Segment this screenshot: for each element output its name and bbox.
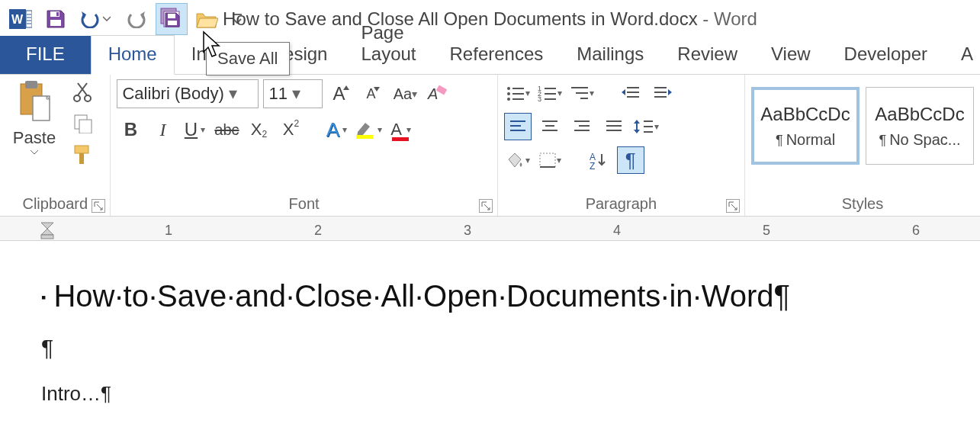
ribbon: Paste Clipboard Calibri (Body) ▾ 11 <box>0 75 980 217</box>
chevron-down-icon: ▾ <box>229 84 237 104</box>
svg-rect-67 <box>540 153 555 167</box>
font-family-combo[interactable]: Calibri (Body) ▾ <box>117 79 259 108</box>
doc-heading[interactable]: How·to·Save·and·Close·All·Open·Documents… <box>41 279 980 313</box>
undo-icon[interactable] <box>75 3 117 35</box>
app-name: Word <box>714 8 757 29</box>
customize-qat-icon[interactable] <box>226 3 249 35</box>
paste-label: Paste <box>13 128 56 148</box>
svg-rect-17 <box>33 96 50 120</box>
font-size-combo[interactable]: 11 ▾ <box>263 79 323 108</box>
subscript-icon[interactable]: X2 <box>245 116 272 143</box>
document-name: How to Save and Close All Open Documents… <box>223 8 698 29</box>
show-hide-pilcrow-icon[interactable]: ¶ <box>617 146 644 174</box>
style-preview: AaBbCcDc <box>760 104 850 125</box>
font-dialog-launcher-icon[interactable] <box>479 199 493 213</box>
ruler-scale: 1 2 3 4 5 6 <box>0 223 980 236</box>
svg-rect-2 <box>26 11 32 27</box>
text-effects-icon[interactable]: A▾ <box>323 116 350 143</box>
ruler[interactable]: 1 2 3 4 5 6 <box>0 217 980 241</box>
svg-rect-25 <box>75 146 88 153</box>
document-area[interactable]: How·to·Save·and·Close·All·Open·Documents… <box>0 241 980 406</box>
format-painter-icon[interactable] <box>69 140 97 168</box>
bullets-icon[interactable]: ▾ <box>504 79 532 107</box>
group-styles-label: Styles <box>745 191 980 216</box>
strikethrough-icon[interactable]: abc <box>213 116 240 143</box>
borders-icon[interactable]: ▾ <box>536 146 564 174</box>
style-normal[interactable]: AaBbCcDc ¶Normal <box>751 87 860 165</box>
shading-icon[interactable]: ▾ <box>504 146 532 174</box>
mouse-cursor <box>202 31 222 58</box>
group-paragraph: ▾ 123▾ ▾ ▾ ▾ ▾ AZ ¶ P <box>498 75 745 216</box>
style-name: ¶Normal <box>776 131 835 149</box>
save-all-icon[interactable] <box>156 3 188 35</box>
clipboard-dialog-launcher-icon[interactable] <box>92 199 105 213</box>
group-paragraph-label: Paragraph <box>498 191 744 216</box>
group-styles: AaBbCcDc ¶Normal AaBbCcDc ¶No Spac... St… <box>745 75 980 216</box>
svg-point-31 <box>507 87 510 90</box>
style-name: ¶No Spac... <box>879 131 960 149</box>
font-size-value: 11 <box>268 84 287 104</box>
ribbon-tabs: FILE Home Insert Design Page Layout Refe… <box>0 38 980 75</box>
titlebar: W How to Save and Close All Open Documen… <box>0 0 980 38</box>
svg-text:A: A <box>427 85 438 102</box>
clear-formatting-icon[interactable]: A <box>423 80 451 108</box>
tab-page-layout[interactable]: Page Layout <box>344 14 432 74</box>
shrink-font-icon[interactable]: A <box>359 80 387 108</box>
grow-font-icon[interactable]: A <box>327 80 355 108</box>
bold-icon[interactable]: B <box>117 116 144 143</box>
svg-text:3: 3 <box>538 95 541 101</box>
align-left-icon[interactable] <box>504 113 532 140</box>
svg-rect-26 <box>79 153 84 164</box>
font-color-icon[interactable]: A▾ <box>387 116 414 143</box>
redo-icon[interactable] <box>120 3 153 35</box>
group-font-label: Font <box>111 191 496 216</box>
style-preview: AaBbCcDc <box>875 104 964 125</box>
save-icon[interactable] <box>40 3 72 35</box>
svg-rect-9 <box>56 12 59 16</box>
align-center-icon[interactable] <box>536 113 564 140</box>
undo-dropdown-icon[interactable] <box>103 15 112 23</box>
paste-button[interactable]: Paste <box>6 79 63 156</box>
group-clipboard-label: Clipboard <box>0 191 110 216</box>
tab-addins-cut[interactable]: A <box>944 36 980 74</box>
svg-point-22 <box>85 95 91 101</box>
copy-icon[interactable] <box>69 110 97 137</box>
chevron-down-icon: ▾ <box>292 84 300 104</box>
svg-rect-16 <box>25 81 37 88</box>
change-case-icon[interactable]: Aa▾ <box>391 80 419 108</box>
highlight-icon[interactable]: ▾ <box>355 116 382 143</box>
intro-paragraph[interactable]: Intro…¶ <box>41 382 980 406</box>
multilevel-list-icon[interactable]: ▾ <box>568 79 596 107</box>
paragraph-dialog-launcher-icon[interactable] <box>726 199 740 213</box>
decrease-indent-icon[interactable] <box>617 79 644 107</box>
increase-indent-icon[interactable] <box>649 79 676 107</box>
italic-icon[interactable]: I <box>149 116 176 143</box>
tab-file[interactable]: FILE <box>0 36 91 74</box>
cut-icon[interactable] <box>69 79 97 107</box>
tab-home[interactable]: Home <box>91 35 175 75</box>
line-spacing-icon[interactable]: ▾ <box>632 113 660 140</box>
align-right-icon[interactable] <box>568 113 596 140</box>
blank-paragraph[interactable]: ¶ <box>41 335 980 361</box>
svg-point-33 <box>507 92 510 95</box>
tab-review[interactable]: Review <box>660 36 754 74</box>
justify-icon[interactable] <box>600 113 628 140</box>
svg-text:W: W <box>11 13 24 26</box>
svg-rect-13 <box>168 21 177 25</box>
sort-icon[interactable]: AZ <box>585 146 612 174</box>
svg-point-35 <box>507 98 510 101</box>
svg-rect-12 <box>168 14 175 18</box>
superscript-icon[interactable]: X2 <box>277 116 304 143</box>
word-app-icon[interactable]: W <box>5 3 37 35</box>
svg-rect-24 <box>79 120 92 133</box>
tab-developer[interactable]: Developer <box>827 36 944 74</box>
style-no-spacing[interactable]: AaBbCcDc ¶No Spac... <box>866 87 974 165</box>
group-font: Calibri (Body) ▾ 11 ▾ A A Aa▾ A B I U▾ a… <box>111 75 497 216</box>
underline-icon[interactable]: U▾ <box>181 116 208 143</box>
tab-mailings[interactable]: Mailings <box>560 36 660 74</box>
svg-point-21 <box>74 95 80 101</box>
tab-view[interactable]: View <box>754 36 827 74</box>
svg-rect-29 <box>356 135 373 139</box>
tab-references[interactable]: References <box>433 36 561 74</box>
numbering-icon[interactable]: 123▾ <box>536 79 564 107</box>
